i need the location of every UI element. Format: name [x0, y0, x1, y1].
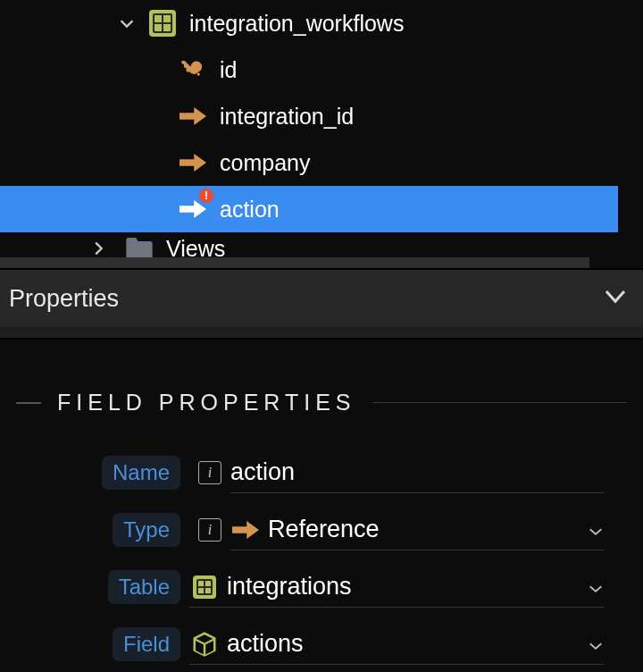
info-icon[interactable]: i: [198, 518, 221, 542]
tree-row-field-integration-id[interactable]: integration_id: [0, 93, 643, 139]
name-value: action: [230, 458, 604, 486]
field-select[interactable]: actions: [189, 624, 604, 665]
cube-icon: [189, 629, 220, 659]
info-icon[interactable]: i: [198, 461, 221, 484]
prop-row-field: Field actions: [0, 616, 643, 672]
tree-row-field-action[interactable]: ! action: [0, 186, 618, 232]
prop-label-name: Name: [102, 456, 180, 490]
tree-row-table[interactable]: integration_workflows: [0, 0, 643, 46]
properties-header[interactable]: Properties: [0, 270, 643, 327]
prop-row-type: Type i Reference: [0, 501, 643, 559]
table-icon: [189, 572, 220, 602]
table-value: integrations: [227, 573, 588, 601]
chevron-down-icon[interactable]: [114, 11, 139, 36]
name-field[interactable]: action: [230, 452, 604, 493]
section-dash-icon: [16, 402, 41, 404]
tree-label-company: company: [220, 150, 310, 176]
prop-row-name: Name i action: [0, 444, 643, 501]
table-select[interactable]: integrations: [189, 567, 604, 608]
prop-label-field: Field: [113, 627, 180, 661]
properties-header-wrap: Properties: [0, 268, 643, 340]
table-icon: [148, 9, 177, 38]
tree-label-table: integration_workflows: [189, 11, 404, 37]
prop-label-table: Table: [108, 570, 180, 604]
alert-badge-icon: !: [199, 189, 213, 203]
chevron-down-icon: [588, 573, 604, 601]
chevron-down-icon: [588, 630, 604, 658]
prop-row-table: Table integrations: [0, 559, 643, 616]
tree-label-integration-id: integration_id: [220, 104, 354, 130]
arrow-icon: [179, 148, 207, 177]
tree-row-field-id[interactable]: id: [0, 46, 643, 93]
section-title: FIELD PROPERTIES: [57, 390, 356, 416]
prop-label-type: Type: [113, 513, 180, 547]
tree-label-id: id: [220, 57, 237, 83]
key-icon: [179, 55, 207, 84]
type-select[interactable]: Reference: [230, 509, 604, 550]
chevron-down-icon[interactable]: [602, 282, 629, 315]
arrow-icon: !: [179, 195, 207, 223]
arrow-icon: [179, 102, 207, 130]
field-value: actions: [227, 630, 588, 658]
type-value: Reference: [268, 516, 588, 543]
properties-title: Properties: [9, 285, 119, 313]
arrow-icon: [230, 515, 261, 545]
section-header: FIELD PROPERTIES: [16, 390, 627, 416]
scrollbar[interactable]: [0, 257, 589, 268]
properties-panel: FIELD PROPERTIES Name i action Type i Re…: [0, 340, 643, 672]
tree-label-action: action: [220, 197, 280, 223]
tree-panel: integration_workflows id integration_id …: [0, 0, 643, 268]
tree-row-field-company[interactable]: company: [0, 139, 643, 186]
chevron-down-icon: [588, 516, 604, 543]
